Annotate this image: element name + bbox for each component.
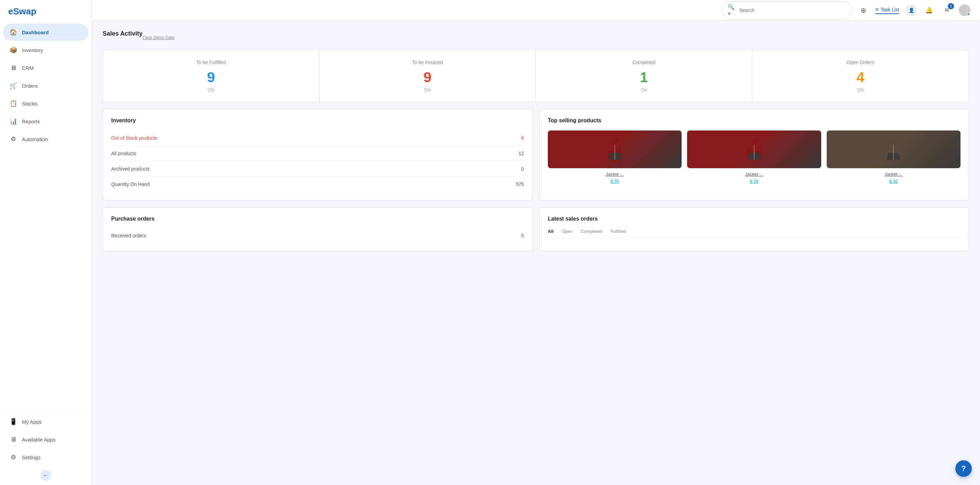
sidebar-item-crm[interactable]: 🖥 CRM bbox=[3, 59, 89, 77]
sales-card-qty: Qty bbox=[110, 87, 312, 92]
inventory-row-value: 575 bbox=[516, 182, 524, 187]
sidebar-item-my-apps[interactable]: 📱 My Apps bbox=[3, 413, 89, 430]
svg-point-0 bbox=[611, 136, 619, 143]
sidebar-label-stocks: Stocks bbox=[22, 101, 37, 107]
inventory-row[interactable]: Out of Stock products 6 bbox=[111, 131, 524, 146]
avatar[interactable] bbox=[959, 5, 970, 16]
sales-card-to-be-invoiced[interactable]: To be Invoiced 9 Qty bbox=[320, 50, 536, 102]
sales-card-to-be-fulfilled[interactable]: To be Fulfilled 9 Qty bbox=[103, 50, 320, 102]
purchase-rows: Received orders 5 bbox=[111, 229, 524, 243]
purchase-orders-card: Purchase orders Received orders 5 bbox=[103, 207, 533, 251]
available-apps-icon: 🖥 bbox=[10, 436, 17, 443]
purchase-row[interactable]: Received orders 5 bbox=[111, 229, 524, 243]
product-name-0: Jacket -.. bbox=[548, 172, 682, 177]
automation-icon: ⚙ bbox=[10, 135, 17, 143]
product-name-1: Jacket -.. bbox=[687, 172, 821, 177]
notification-button[interactable]: 🔔 bbox=[923, 5, 935, 16]
sidebar-label-settings: Settings bbox=[22, 455, 40, 460]
product-item-0[interactable]: Jacket -.. $ 50 bbox=[548, 131, 682, 184]
inventory-row[interactable]: All products 12 bbox=[111, 146, 524, 161]
sidebar-item-settings[interactable]: ⚙ Settings bbox=[3, 449, 89, 466]
sidebar-label-automation: Automation bbox=[22, 136, 48, 142]
sidebar-label-available-apps: Available Apps bbox=[22, 437, 56, 442]
tab-open[interactable]: Open bbox=[562, 229, 573, 234]
search-dropdown-icon[interactable]: 🔍▾ bbox=[728, 4, 737, 17]
inventory-row-value: 6 bbox=[521, 135, 524, 141]
tab-all[interactable]: All bbox=[548, 229, 554, 234]
product-image-0 bbox=[548, 131, 682, 168]
sales-card-value: 4 bbox=[759, 69, 962, 86]
inventory-card-title: Inventory bbox=[111, 118, 524, 124]
sidebar-item-reports[interactable]: 📊 Reports bbox=[3, 113, 89, 130]
inventory-row-label: Quantity On Hand bbox=[111, 182, 150, 187]
product-price-1[interactable]: $ 28 bbox=[687, 179, 821, 184]
sidebar-label-reports: Reports bbox=[22, 118, 40, 124]
sidebar-item-orders[interactable]: 🛒 Orders bbox=[3, 77, 89, 94]
sales-card-value: 1 bbox=[543, 69, 745, 86]
search-input[interactable] bbox=[740, 8, 846, 13]
sales-card-open-orders[interactable]: Open Orders 4 Qty bbox=[752, 50, 969, 102]
inventory-row-label: Out of Stock products bbox=[111, 135, 158, 141]
bell-icon: 🔔 bbox=[925, 6, 933, 14]
sidebar-label-crm: CRM bbox=[22, 65, 33, 71]
inventory-rows: Out of Stock products 6 All products 12 … bbox=[111, 131, 524, 192]
avatar-online-dot bbox=[967, 12, 970, 16]
top-selling-card: Top selling products Jacket -.. $ 50 bbox=[539, 109, 969, 200]
sales-card-value: 9 bbox=[110, 69, 312, 86]
search-bar[interactable]: 🔍▾ bbox=[722, 2, 852, 19]
top-selling-title: Top selling products bbox=[548, 118, 961, 124]
crm-icon: 🖥 bbox=[10, 64, 17, 72]
sales-activity-title: Sales Activity bbox=[103, 30, 142, 37]
header: 🔍▾ ⊕ ≡ Task List 👤 🔔 ✉ 5 bbox=[92, 0, 980, 21]
sidebar-item-dashboard[interactable]: 🏠 Dashboard bbox=[3, 24, 89, 41]
dashboard-icon: 🏠 bbox=[10, 29, 17, 36]
stocks-icon: 📋 bbox=[10, 100, 17, 107]
sales-card-qty: Qty bbox=[326, 87, 529, 92]
sidebar: eSwap 🏠 Dashboard 📦 Inventory 🖥 CRM 🛒 Or… bbox=[0, 0, 92, 485]
main-area: 🔍▾ ⊕ ≡ Task List 👤 🔔 ✉ 5 Sales Activ bbox=[92, 0, 980, 485]
tab-completed[interactable]: Completed bbox=[581, 229, 602, 234]
product-price-2[interactable]: $ 30 bbox=[827, 179, 961, 184]
settings-icon: ⚙ bbox=[10, 453, 17, 461]
orders-icon: 🛒 bbox=[10, 82, 17, 89]
add-button[interactable]: ⊕ bbox=[858, 5, 869, 16]
product-image-1 bbox=[687, 131, 821, 168]
sales-tabs: AllOpenCompletedFulfilled bbox=[548, 229, 961, 238]
inventory-row-value: 12 bbox=[519, 151, 524, 156]
nav-bottom-menu: 📱 My Apps 🖥 Available Apps ⚙ Settings bbox=[0, 413, 91, 466]
sidebar-item-inventory[interactable]: 📦 Inventory bbox=[3, 41, 89, 59]
clear-demo-button[interactable]: Clear Demo Data bbox=[142, 35, 174, 40]
sidebar-item-automation[interactable]: ⚙ Automation bbox=[3, 131, 89, 148]
product-name-2: Jacket -.. bbox=[827, 172, 961, 177]
sidebar-label-orders: Orders bbox=[22, 83, 38, 89]
task-list-label: Task List bbox=[881, 7, 899, 12]
messages-button[interactable]: ✉ 5 bbox=[941, 5, 953, 16]
tab-fulfilled[interactable]: Fulfilled bbox=[611, 229, 626, 234]
product-price-0[interactable]: $ 50 bbox=[548, 179, 682, 184]
task-list-button[interactable]: ≡ Task List bbox=[875, 6, 899, 14]
sidebar-item-available-apps[interactable]: 🖥 Available Apps bbox=[3, 431, 89, 448]
sidebar-item-stocks[interactable]: 📋 Stocks bbox=[3, 95, 89, 112]
inventory-row[interactable]: Archived products 0 bbox=[111, 161, 524, 177]
header-actions: ⊕ ≡ Task List 👤 🔔 ✉ 5 bbox=[858, 5, 970, 16]
inventory-row-value: 0 bbox=[521, 166, 524, 172]
inventory-icon: 📦 bbox=[10, 46, 17, 54]
purchase-row-value: 5 bbox=[521, 233, 524, 238]
product-item-2[interactable]: Jacket -.. $ 30 bbox=[827, 131, 961, 184]
product-item-1[interactable]: Jacket -.. $ 28 bbox=[687, 131, 821, 184]
sales-card-qty: Qty bbox=[759, 87, 962, 92]
collapse-button[interactable]: ← bbox=[40, 470, 51, 481]
product-image-2 bbox=[827, 131, 961, 168]
inventory-row[interactable]: Quantity On Hand 575 bbox=[111, 177, 524, 192]
latest-sales-title: Latest sales orders bbox=[548, 216, 961, 222]
main-content: Sales Activity Clear Demo Data To be Ful… bbox=[92, 21, 980, 485]
sidebar-label-inventory: Inventory bbox=[22, 47, 43, 53]
profile-button[interactable]: 👤 bbox=[905, 5, 917, 16]
svg-point-4 bbox=[889, 136, 897, 143]
lower-row: Purchase orders Received orders 5 Latest… bbox=[103, 207, 969, 251]
sales-card-completed[interactable]: Completed 1 Qty bbox=[536, 50, 752, 102]
sales-card-value: 9 bbox=[326, 69, 529, 86]
help-button[interactable]: ? bbox=[955, 460, 972, 477]
purchase-orders-title: Purchase orders bbox=[111, 216, 524, 222]
products-grid: Jacket -.. $ 50 Jacket -.. $ 28 bbox=[548, 131, 961, 184]
